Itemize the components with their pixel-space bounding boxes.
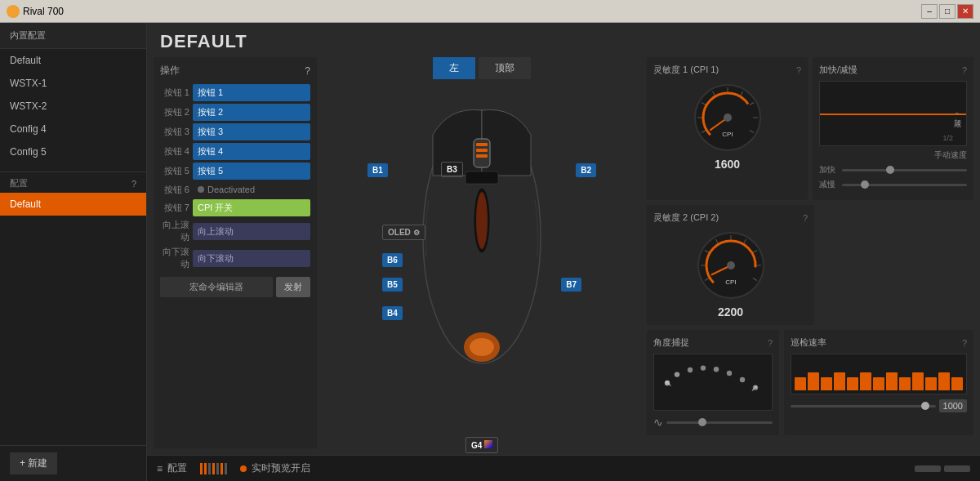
polling-slider-track[interactable] [791, 405, 936, 408]
accel-slider-track[interactable] [842, 169, 967, 171]
accel-graph: 加/减 1/2 [819, 81, 967, 146]
realtime-dot [240, 465, 247, 472]
mouse-image [408, 94, 555, 380]
poll-bar [834, 372, 845, 390]
config-status[interactable]: ≡ 配置 [157, 461, 187, 475]
window-title: Rival 700 [23, 6, 64, 17]
button-4-value[interactable]: 按钮 4 [193, 143, 310, 160]
accel-title: 加快/减慢 [819, 64, 858, 76]
b7-indicator[interactable]: B7 [561, 278, 581, 292]
button-2-value[interactable]: 按钮 2 [193, 104, 310, 121]
profile-list: Default WSTX-1 WSTX-2 Config 4 Config 5 [0, 49, 146, 163]
decel-slider-track[interactable] [842, 184, 967, 186]
button-6-label: 按钮 6 [160, 184, 189, 196]
sidebar-header-label: 内置配置 [10, 29, 46, 42]
tab-left[interactable]: 左 [433, 57, 475, 79]
svg-point-43 [714, 367, 719, 372]
fire-button[interactable]: 发射 [276, 277, 310, 297]
new-profile-button[interactable]: + 新建 [10, 452, 57, 474]
cpi2-dial[interactable]: CPI [694, 229, 768, 302]
angle-slider-thumb[interactable] [698, 418, 706, 426]
b3-indicator[interactable]: B3 [441, 162, 463, 177]
cpi2-header: 灵敏度 2 (CPI 2) ? [653, 212, 808, 224]
decel-slider-thumb[interactable] [861, 180, 869, 189]
accel-label: 加快 [819, 164, 839, 176]
realtime-preview-button[interactable]: 实时预览开启 [240, 461, 310, 475]
deactivated-dot [198, 186, 204, 193]
poll-bar [925, 377, 937, 390]
titlebar: Rival 700 – □ ✕ [0, 0, 980, 23]
angle-question[interactable]: ? [768, 338, 773, 348]
angle-graph: ↖ ↗ [653, 354, 773, 411]
poll-bar [899, 377, 911, 390]
top-right-panels: 灵敏度 1 (CPI 1) ? [647, 57, 973, 200]
accel-slider-thumb[interactable] [886, 166, 894, 174]
realtime-label: 实时预览开启 [252, 461, 310, 475]
wave-icon: ∿ [653, 416, 663, 429]
cpi2-title: 灵敏度 2 (CPI 2) [653, 212, 719, 224]
profile-title: DEFAULT [160, 31, 247, 52]
config-icon: ≡ [157, 463, 163, 474]
action-button-2[interactable] [944, 465, 970, 472]
accel-question[interactable]: ? [962, 65, 967, 75]
cpi1-question[interactable]: ? [796, 65, 801, 75]
cpi2-question[interactable]: ? [803, 213, 808, 223]
maximize-button[interactable]: □ [939, 4, 956, 19]
status-bar-3 [208, 463, 211, 474]
macro-editor-button[interactable]: 宏命令编辑器 [160, 277, 273, 297]
svg-text:CPI: CPI [722, 131, 733, 138]
cpi1-dial[interactable]: CPI [691, 81, 764, 154]
button-5-label: 按钮 5 [160, 165, 189, 177]
poll-bar [912, 372, 924, 390]
button-7-value[interactable]: CPI 开关 [193, 199, 310, 216]
profile-header: DEFAULT [147, 23, 980, 57]
buttons-panel-header: 操作 ? [160, 64, 310, 78]
close-button[interactable]: ✕ [957, 4, 973, 19]
polling-slider-thumb[interactable] [921, 402, 929, 410]
button-4-label: 按钮 4 [160, 145, 189, 158]
g4-indicator[interactable]: G4 [466, 437, 498, 453]
button-5-value[interactable]: 按钮 5 [193, 163, 310, 180]
button-row-4: 按钮 4 按钮 4 [160, 143, 310, 160]
status-bar-4 [212, 463, 215, 474]
angle-slider-track[interactable] [666, 421, 773, 424]
svg-point-10 [476, 192, 488, 249]
status-bar-1 [200, 463, 203, 474]
scroll-up-value[interactable]: 向上滚动 [193, 223, 310, 240]
button-row-5: 按钮 5 按钮 5 [160, 163, 310, 180]
poll-bar [938, 372, 950, 390]
button-3-value[interactable]: 按钮 3 [193, 123, 310, 140]
oled-button[interactable]: OLED ⚙ [382, 225, 425, 240]
accel-line [820, 114, 966, 115]
action-button-1[interactable] [915, 465, 941, 472]
b1-indicator[interactable]: B1 [368, 163, 388, 177]
tab-top[interactable]: 顶部 [479, 57, 531, 79]
scroll-down-value[interactable]: 向下滚动 [193, 250, 310, 267]
angle-panel: 角度捕捉 ? [647, 330, 779, 435]
minimize-button[interactable]: – [921, 4, 938, 19]
status-bar-5 [216, 463, 219, 474]
titlebar-controls: – □ ✕ [921, 4, 973, 19]
b4-indicator[interactable]: B4 [382, 306, 403, 320]
button-6-value[interactable]: Deactivated [193, 182, 310, 197]
sidebar-item-wstx1[interactable]: WSTX-1 [0, 72, 146, 95]
b5-indicator[interactable]: B5 [382, 278, 403, 292]
sidebar-item-wstx2[interactable]: WSTX-2 [0, 95, 146, 118]
sidebar-item-default[interactable]: Default [0, 49, 146, 72]
b2-indicator[interactable]: B2 [576, 163, 596, 177]
cpi2-panel: 灵敏度 2 (CPI 2) ? [647, 205, 814, 325]
titlebar-left: Rival 700 [7, 5, 64, 18]
sidebar-item-config5[interactable]: Config 5 [0, 140, 146, 163]
sidebar-item-config4[interactable]: Config 4 [0, 118, 146, 140]
buttons-panel-question[interactable]: ? [305, 65, 310, 77]
b6-indicator[interactable]: B6 [382, 253, 403, 267]
macro-row: 宏命令编辑器 发射 [160, 277, 310, 297]
button-1-value[interactable]: 按钮 1 [193, 84, 310, 101]
button-row-scroll-up: 向上滚动 向上滚动 [160, 219, 310, 243]
svg-point-41 [688, 367, 693, 372]
sidebar-item-active-config[interactable]: Default [0, 193, 146, 216]
polling-question[interactable]: ? [962, 338, 967, 348]
sidebar-header: 内置配置 [0, 23, 146, 49]
angle-header: 角度捕捉 ? [653, 336, 773, 349]
button-row-1: 按钮 1 按钮 1 [160, 84, 310, 101]
